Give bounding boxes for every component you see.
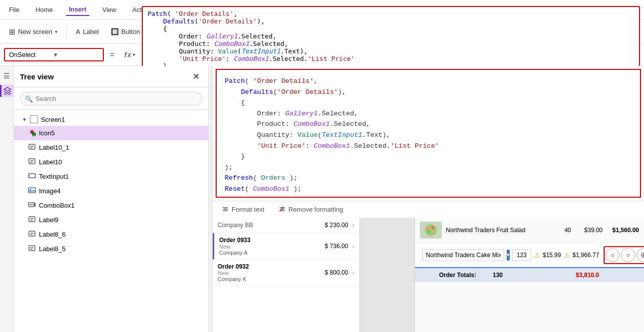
detail-panel: Northwind Traders Fruit Salad 40 $39.00 … (414, 218, 644, 332)
menu-file[interactable]: File (6, 4, 22, 15)
button-icon: 🔲 (111, 28, 119, 35)
image4-icon (28, 186, 36, 196)
label9-icon (28, 215, 36, 225)
icon5-icon: + (28, 128, 36, 138)
remove-formatting-label: Remove formatting (289, 206, 343, 213)
orders-list: Company BB $ 230.00 › Order 0933 New Com… (213, 218, 360, 332)
tree-item-icon5[interactable]: + Icon5 (14, 126, 208, 140)
tree-item-textinput1[interactable]: TextInput1 (14, 169, 208, 184)
tree-item-combobox1[interactable]: ComboBox1 (14, 198, 208, 213)
hamburger-icon[interactable]: ☰ (1, 70, 13, 82)
order-id-k: Order 0932 (218, 263, 325, 270)
qty-input[interactable] (512, 249, 531, 261)
order-row-bb[interactable]: Company BB $ 230.00 › (213, 218, 359, 233)
fruit-salad-qty: 40 (554, 227, 571, 234)
combo-dropdown-button[interactable]: ▾ (507, 250, 510, 261)
order-amount-k: $ 800.00 (325, 269, 348, 276)
fruit-salad-total: $1,560.00 (607, 227, 639, 234)
menu-view[interactable]: View (99, 4, 119, 15)
tree-content: ▼ Screen1 + Icon5 (14, 110, 208, 332)
tree-item-label10[interactable]: Label10 (14, 155, 208, 169)
combo-input[interactable] (422, 249, 504, 261)
totals-label: Order Totals: (420, 272, 485, 279)
order-amount-bb: $ 230.00 (325, 222, 348, 229)
scroll-divider (209, 66, 213, 332)
svg-point-32 (426, 227, 430, 231)
tree-panel: Tree view ✕ 🔍 ▼ Screen1 (14, 66, 209, 332)
label8-6-icon (28, 230, 36, 239)
label10-icon (28, 157, 36, 167)
svg-rect-15 (29, 217, 35, 222)
layers-icon[interactable] (0, 85, 13, 97)
format-text-button[interactable]: Format text (219, 204, 268, 215)
tree-header: Tree view ✕ (14, 66, 208, 88)
order-arrow-k: › (352, 269, 354, 277)
screen1-expand-icon: ▼ (22, 117, 27, 122)
image4-label: Image4 (39, 187, 60, 195)
fruit-salad-img (420, 222, 442, 239)
icon5-label: Icon5 (39, 129, 55, 137)
fruit-salad-price: $39.00 (575, 227, 603, 234)
menu-insert[interactable]: Insert (66, 3, 89, 16)
tree-item-image4[interactable]: Image4 (14, 184, 208, 198)
order-company-bb: Company BB (218, 222, 325, 229)
tree-item-label10-1[interactable]: Label10_1 (14, 140, 208, 155)
svg-text:+: + (33, 133, 35, 137)
tree-close-button[interactable]: ✕ (190, 71, 202, 82)
equals-sign: = (110, 50, 114, 59)
svg-point-33 (431, 226, 434, 229)
svg-point-34 (427, 230, 430, 233)
tree-item-label9[interactable]: Label9 (14, 213, 208, 227)
order-company-k: Company K (218, 276, 325, 282)
label8-5-label: Label8_5 (39, 245, 66, 253)
code-editor[interactable]: Patch( 'Order Details', Defaults('Order … (216, 69, 641, 198)
warning-icon-qty: ⚠ (534, 251, 540, 259)
tree-item-screen1[interactable]: ▼ Screen1 (14, 113, 208, 126)
combobox1-label: ComboBox1 (39, 202, 75, 209)
unit-price: $15.99 (543, 252, 561, 259)
combobox1-icon (28, 201, 36, 210)
label-icon: A (76, 28, 80, 35)
order-arrow-bb: › (352, 221, 354, 229)
tree-item-label8-6[interactable]: Label8_6 (14, 227, 208, 242)
property-chevron: ▾ (54, 51, 99, 58)
order-id-a: Order 0933 (219, 237, 325, 244)
circle-btn-2[interactable]: ○ (621, 248, 635, 262)
order-row-k[interactable]: Order 0932 New Company K $ 800.00 › (213, 260, 359, 286)
fx-button[interactable]: fx ▾ (120, 48, 138, 61)
svg-rect-13 (34, 203, 35, 207)
label8-5-icon (28, 244, 36, 254)
label-button[interactable]: A Label (71, 25, 104, 38)
search-input[interactable] (20, 92, 202, 105)
menu-home[interactable]: Home (32, 4, 56, 15)
new-screen-chevron: ▾ (55, 29, 57, 34)
order-amount-a: $ 736.00 (325, 243, 348, 250)
sep1 (66, 25, 67, 39)
format-text-label: Format text (232, 206, 265, 213)
remove-formatting-button[interactable]: Remove formatting (276, 204, 346, 215)
label9-label: Label9 (39, 216, 58, 224)
order-row-a[interactable]: Order 0933 New Company A $ 736.00 › (213, 233, 359, 260)
svg-rect-2 (29, 144, 35, 149)
property-dropdown[interactable]: OnSelect ▾ (4, 48, 104, 61)
format-bar: Format text Remove formatting (213, 201, 644, 218)
cake-mix-row: ▾ ⚠ $15.99 ⚠ $1,966.77 ○ ○ ⊕ (415, 243, 644, 268)
circle-btn-1[interactable]: ○ (606, 248, 620, 262)
label10-label: Label10 (39, 158, 62, 166)
order-status-k: New (218, 270, 325, 276)
totals-qty: 130 (485, 272, 503, 279)
label8-6-label: Label8_6 (39, 231, 66, 238)
detail-row-fruit: Northwind Traders Fruit Salad 40 $39.00 … (415, 218, 644, 243)
tree-item-label8-5[interactable]: Label8_5 (14, 242, 208, 256)
new-screen-button[interactable]: ⊞ New screen ▾ (4, 25, 62, 39)
label10-1-label: Label10_1 (39, 144, 69, 151)
tree-view-title: Tree view (20, 72, 190, 81)
line-total: $1,966.77 (573, 252, 599, 259)
svg-rect-18 (29, 231, 35, 236)
tree-search-container: 🔍 (14, 88, 208, 110)
canvas-preview: Company BB $ 230.00 › Order 0933 New Com… (213, 218, 644, 332)
add-circle-button[interactable]: ⊕ (637, 248, 644, 262)
order-company-a: Company A (219, 250, 325, 256)
main-layout: ☰ Tree view ✕ 🔍 ▼ Screen1 (0, 66, 644, 332)
button-button[interactable]: 🔲 Button (106, 25, 145, 38)
